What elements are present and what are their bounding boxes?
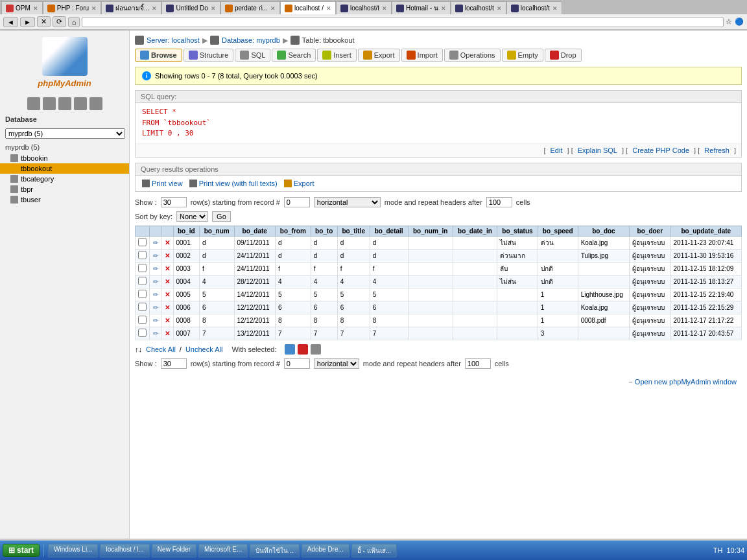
tab-close-4[interactable]: ✕ [270, 5, 276, 12]
row-edit-0[interactable]: ✏ [150, 236, 161, 249]
tab-close-3[interactable]: ✕ [211, 5, 216, 12]
toolbar-btn-import[interactable]: Import [401, 49, 443, 62]
sidebar-table-tbbookout[interactable]: tbbookout [0, 163, 129, 174]
browser-tab-3[interactable]: Untitled Do✕ [161, 1, 220, 14]
browser-tab-4[interactable]: perdate ก่...✕ [220, 1, 280, 14]
toolbar-btn-browse[interactable]: Browse [135, 49, 182, 62]
row-delete-6[interactable]: ✕ [161, 314, 173, 327]
server-link[interactable]: Server: localhost [147, 36, 200, 44]
row-checkbox-5[interactable] [136, 301, 150, 314]
bottom-show-input[interactable] [161, 358, 187, 369]
url-input[interactable]: localhost/phpmyadmin/ [86, 18, 720, 26]
browser-tab-7[interactable]: Hotmail - น✕ [392, 1, 451, 14]
stop-btn[interactable]: ✕ [37, 16, 51, 27]
edit-icon[interactable]: ✏ [153, 330, 158, 337]
edit-icon[interactable]: ✏ [153, 278, 158, 285]
sql-link-create-php-code[interactable]: Create PHP Code [632, 146, 689, 154]
row-delete-1[interactable]: ✕ [161, 249, 173, 262]
col-header-bo_detail[interactable]: bo_detail [370, 226, 408, 236]
check-all-link[interactable]: Check All [146, 345, 176, 353]
row-checkbox-6[interactable] [136, 314, 150, 327]
col-header-bo_num_in[interactable]: bo_num_in [408, 226, 453, 236]
toolbar-btn-search[interactable]: Search [272, 49, 316, 62]
row-edit-2[interactable]: ✏ [150, 262, 161, 275]
new-window-link[interactable]: Open new phpMyAdmin window [635, 378, 737, 386]
col-header-bo_doc[interactable]: bo_doc [578, 226, 630, 236]
delete-icon[interactable]: ✕ [165, 265, 170, 272]
bottom-mode-select[interactable]: horizontal vertical [314, 358, 359, 369]
col-header-bo_speed[interactable]: bo_speed [538, 226, 578, 236]
row-delete-4[interactable]: ✕ [161, 288, 173, 301]
row-edit-3[interactable]: ✏ [150, 275, 161, 288]
row-edit-4[interactable]: ✏ [150, 288, 161, 301]
row-delete-0[interactable]: ✕ [161, 236, 173, 249]
print-full-link[interactable]: Print view (with full texts) [189, 180, 278, 187]
browser-tab-5[interactable]: localhost /✕ [280, 1, 336, 14]
col-header-bo_status[interactable]: bo_status [497, 226, 538, 236]
edit-icon[interactable]: ✏ [153, 291, 158, 298]
delete-icon[interactable]: ✕ [165, 317, 170, 324]
toolbar-btn-sql[interactable]: SQL [235, 49, 270, 62]
sidebar-table-tbcategory[interactable]: tbcategory [0, 174, 129, 184]
row-edit-6[interactable]: ✏ [150, 314, 161, 327]
col-header-bo_doer[interactable]: bo_doer [630, 226, 670, 236]
browser-tab-6[interactable]: localhost/t✕ [336, 1, 392, 14]
delete-icon[interactable]: ✕ [165, 304, 170, 311]
col-header-bo_update_date[interactable]: bo_update_date [670, 226, 741, 236]
tab-close-7[interactable]: ✕ [441, 5, 446, 12]
edit-selected-icon[interactable] [285, 344, 295, 355]
export-selected-icon[interactable] [311, 344, 321, 355]
sidebar-table-tbpr[interactable]: tbpr [0, 184, 129, 194]
chat-sidebar-icon[interactable] [74, 97, 87, 110]
delete-icon[interactable]: ✕ [165, 330, 170, 337]
delete-icon[interactable]: ✕ [165, 252, 170, 259]
toolbar-btn-insert[interactable]: Insert [317, 49, 357, 62]
row-delete-5[interactable]: ✕ [161, 301, 173, 314]
row-checkbox-1[interactable] [136, 249, 150, 262]
browser-tab-1[interactable]: PHP : Foru✕ [43, 1, 101, 14]
database-select[interactable]: myprdb (5) [5, 128, 125, 139]
sql-link-explain-sql[interactable]: Explain SQL [578, 146, 617, 154]
row-checkbox-3[interactable] [136, 275, 150, 288]
db-link[interactable]: Database: myprdb [222, 36, 280, 44]
row-edit-1[interactable]: ✏ [150, 249, 161, 262]
tab-close-5[interactable]: ✕ [326, 5, 331, 12]
sql-link-edit[interactable]: Edit [551, 146, 563, 154]
row-checkbox-4[interactable] [136, 288, 150, 301]
sql-link-refresh[interactable]: Refresh [704, 146, 729, 154]
row-checkbox-2[interactable] [136, 262, 150, 275]
tab-close-8[interactable]: ✕ [497, 5, 502, 12]
star-icon[interactable]: ☆ [726, 18, 732, 26]
col-header-bo_title[interactable]: bo_title [337, 226, 370, 236]
edit-icon[interactable]: ✏ [153, 239, 158, 246]
home-sidebar-icon[interactable] [27, 97, 40, 110]
print-view-link[interactable]: Print view [142, 180, 183, 187]
delete-icon[interactable]: ✕ [165, 278, 170, 285]
headers-input[interactable] [486, 197, 512, 207]
delete-selected-icon[interactable] [298, 344, 308, 355]
tab-close-1[interactable]: ✕ [91, 5, 97, 12]
edit-icon[interactable]: ✏ [153, 317, 158, 324]
sidebar-table-tbbookin[interactable]: tbbookin [0, 153, 129, 163]
col-header-bo_from[interactable]: bo_from [275, 226, 311, 236]
row-edit-7[interactable]: ✏ [150, 327, 161, 340]
address-bar[interactable]: localhost/phpmyadmin/ [82, 17, 724, 27]
edit-icon[interactable]: ✏ [153, 252, 158, 259]
mode-select[interactable]: horizontal vertical horizontalflipped [314, 197, 381, 207]
browser-tab-2[interactable]: ฝอนถามจิ้...✕ [101, 1, 161, 14]
show-input[interactable] [161, 197, 187, 207]
col-header-bo_id[interactable]: bo_id [173, 226, 199, 236]
home-btn[interactable]: ⌂ [68, 17, 80, 27]
settings-sidebar-icon[interactable] [89, 97, 102, 110]
tab-close-6[interactable]: ✕ [382, 5, 387, 12]
col-header-bo_date_in[interactable]: bo_date_in [453, 226, 497, 236]
col-header-bo_date[interactable]: bo_date [234, 226, 275, 236]
toolbar-btn-drop[interactable]: Drop [545, 49, 582, 62]
browser-tab-0[interactable]: OPM✕ [1, 1, 43, 14]
uncheck-all-link[interactable]: Uncheck All [185, 345, 222, 353]
refresh-btn[interactable]: ⟳ [53, 16, 66, 27]
toolbar-btn-structure[interactable]: Structure [184, 49, 234, 62]
export-link[interactable]: Export [284, 180, 314, 187]
delete-icon[interactable]: ✕ [165, 239, 170, 246]
bottom-headers-input[interactable] [465, 358, 491, 369]
